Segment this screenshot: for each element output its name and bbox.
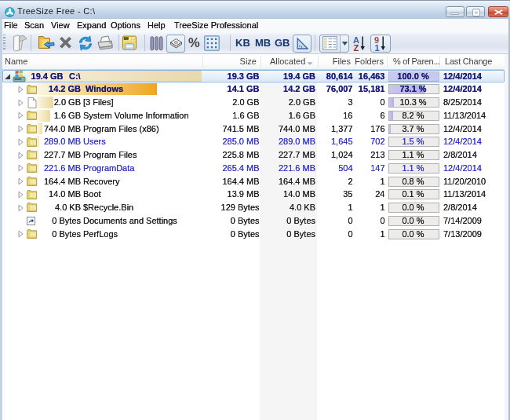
svg-text:1: 1 bbox=[375, 43, 380, 53]
svg-text:Z: Z bbox=[354, 43, 359, 53]
